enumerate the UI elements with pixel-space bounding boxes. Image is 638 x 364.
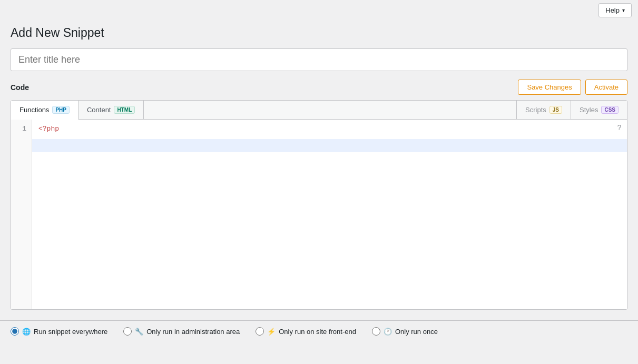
activate-button[interactable]: Activate: [585, 80, 627, 95]
radio-option-admin[interactable]: 🔧 Only run in administration area: [123, 327, 240, 336]
tabs-container: Functions PHP Content HTML Scripts JS St…: [11, 100, 627, 310]
help-label: Help: [605, 6, 620, 14]
line-numbers: 1: [11, 120, 32, 309]
tab-styles-badge: CSS: [601, 106, 619, 114]
radio-admin-label: Only run in administration area: [146, 328, 240, 336]
action-buttons: Save Changes Activate: [518, 80, 627, 95]
code-first-line: <?php: [32, 120, 627, 139]
tab-scripts-label: Scripts: [525, 106, 546, 114]
tab-styles-label: Styles: [580, 106, 598, 114]
code-area-wrapper: <?php ?: [32, 120, 627, 309]
clock-icon: 🕐: [384, 328, 392, 336]
globe-icon: 🌐: [22, 328, 31, 336]
code-editor: 1 <?php ?: [11, 120, 627, 309]
tabs-right: Scripts JS Styles CSS: [516, 101, 627, 119]
help-button[interactable]: Help ▾: [598, 3, 632, 17]
tab-functions[interactable]: Functions PHP: [11, 101, 78, 120]
radio-everywhere[interactable]: [11, 327, 19, 336]
code-section-header: Code Save Changes Activate: [11, 80, 627, 95]
page-title: Add New Snippet: [11, 26, 627, 40]
footer-bar: 🌐 Run snippet everywhere 🔧 Only run in a…: [0, 320, 638, 342]
tabs-header: Functions PHP Content HTML Scripts JS St…: [11, 101, 627, 120]
snippet-title-input[interactable]: [11, 48, 627, 71]
radio-once-label: Only run once: [395, 328, 438, 336]
radio-once[interactable]: [372, 327, 380, 336]
code-active-line[interactable]: [32, 139, 627, 152]
tab-content[interactable]: Content HTML: [78, 101, 144, 120]
tab-content-label: Content: [87, 106, 111, 114]
radio-option-once[interactable]: 🕐 Only run once: [372, 327, 438, 336]
radio-frontend-label: Only run on site front-end: [279, 328, 356, 336]
radio-option-frontend[interactable]: ⚡ Only run on site front-end: [256, 327, 356, 336]
radio-option-everywhere[interactable]: 🌐 Run snippet everywhere: [11, 327, 107, 336]
radio-admin[interactable]: [123, 327, 132, 336]
tab-content-badge: HTML: [114, 106, 135, 114]
top-bar: Help ▾: [0, 0, 638, 21]
tab-functions-badge: PHP: [52, 106, 70, 114]
tab-styles[interactable]: Styles CSS: [571, 101, 627, 120]
tab-functions-label: Functions: [19, 106, 49, 114]
save-changes-button[interactable]: Save Changes: [518, 80, 581, 95]
tab-scripts[interactable]: Scripts JS: [516, 101, 571, 120]
radio-frontend[interactable]: [256, 327, 264, 336]
help-icon[interactable]: ?: [617, 124, 622, 132]
code-label: Code: [11, 83, 29, 92]
wrench-icon: 🔧: [135, 328, 143, 336]
line-number-1: 1: [16, 124, 26, 135]
chevron-down-icon: ▾: [622, 7, 625, 13]
tab-scripts-badge: JS: [549, 106, 562, 114]
tabs-left: Functions PHP Content HTML: [11, 101, 144, 119]
radio-everywhere-label: Run snippet everywhere: [34, 328, 107, 336]
lightning-icon: ⚡: [267, 328, 276, 336]
page-content: Add New Snippet Code Save Changes Activa…: [0, 21, 638, 320]
